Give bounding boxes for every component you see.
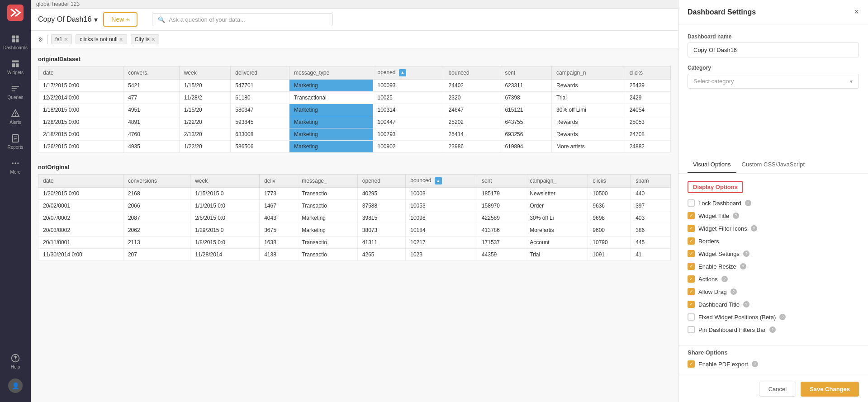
col2-bounced-sort[interactable]: bounced ▲ [406, 175, 477, 188]
cell: 445 [631, 236, 671, 249]
checkbox-pin-filters[interactable] [688, 326, 695, 333]
sidebar-item-more[interactable]: More [0, 154, 31, 179]
cell: 25414 [444, 128, 500, 141]
help-icon-enable-pdf[interactable]: ? [752, 361, 758, 367]
cell: 41311 [357, 236, 405, 249]
filter-bar: ⚙ fs1 × clicks is not null × City is × [31, 31, 678, 48]
sidebar-item-help[interactable]: Help [8, 349, 23, 374]
col2-message[interactable]: message_ [297, 175, 358, 188]
checkbox-widget-title[interactable]: ✓ [688, 212, 695, 219]
col-campaign-n[interactable]: campaign_n [552, 66, 625, 80]
checkbox-widget-title-label: Widget Title [698, 213, 729, 219]
col2-week[interactable]: week [190, 175, 260, 188]
help-icon-widget-settings[interactable]: ? [743, 251, 749, 257]
help-icon-allow-drag[interactable]: ? [730, 288, 737, 295]
tab-visual-options[interactable]: Visual Options [688, 156, 736, 173]
check-icon: ✓ [689, 213, 693, 218]
cell: 1/29/2015 0 [190, 224, 260, 236]
col2-spam[interactable]: spam [631, 175, 671, 188]
cell: 41 [631, 249, 671, 261]
col-bounced[interactable]: bounced [444, 66, 500, 80]
checkbox-widget-settings[interactable]: ✓ [688, 250, 695, 257]
checkbox-enable-pdf[interactable]: ✓ [688, 360, 695, 368]
sidebar-item-reports[interactable]: Reports [0, 129, 31, 154]
cell: 11/28/2014 [190, 249, 260, 261]
help-icon-enable-resize[interactable]: ? [740, 263, 746, 270]
sidebar-item-alerts[interactable]: Alerts [0, 104, 31, 129]
dashboard-name-dropdown[interactable]: Copy Of Dash16 ▾ [38, 15, 98, 24]
cell: 4760 [123, 128, 180, 141]
cell: 2087 [123, 212, 190, 224]
check-icon: ✓ [689, 251, 693, 256]
panel-close-button[interactable]: × [854, 7, 859, 17]
col-opened[interactable]: opened ▲ [373, 66, 444, 80]
help-icon-widget-filter[interactable]: ? [751, 225, 757, 232]
col2-conversions[interactable]: conversions [123, 175, 190, 188]
search-bar[interactable]: 🔍 Ask a question of your data... [152, 13, 333, 26]
help-icon-pin-filters[interactable]: ? [769, 326, 776, 333]
checkbox-actions[interactable]: ✓ [688, 275, 695, 283]
checkbox-lock-dashboard[interactable] [688, 199, 695, 207]
col2-clicks[interactable]: clicks [588, 175, 631, 188]
category-select[interactable]: Select category [688, 74, 859, 89]
col2-campaign[interactable]: campaign_ [525, 175, 588, 188]
cell: More artis [525, 224, 588, 236]
col2-opened[interactable]: opened [357, 175, 405, 188]
checkbox-widget-filter-icons[interactable]: ✓ [688, 225, 695, 232]
filter-icon[interactable]: ⚙ [38, 36, 43, 43]
cell: 3675 [260, 224, 297, 236]
checkbox-enable-resize[interactable]: ✓ [688, 263, 695, 270]
sidebar-item-widgets[interactable]: Widgets [0, 55, 31, 80]
table-row: 20/03/0002 2062 1/29/2015 0 3675 Marketi… [38, 224, 671, 236]
cell: 12/2/2014 0:00 [38, 92, 123, 104]
col2-deliv[interactable]: deliv [260, 175, 297, 188]
cancel-button[interactable]: Cancel [759, 382, 796, 397]
checkbox-allow-drag[interactable]: ✓ [688, 288, 695, 295]
sidebar-item-queries[interactable]: Queries [0, 80, 31, 104]
checkbox-fixed-widget[interactable] [688, 313, 695, 321]
checkbox-dashboard-title[interactable]: ✓ [688, 301, 695, 308]
dataset2-table-scroll[interactable]: date conversions week deliv message_ ope… [38, 174, 671, 261]
col-conversions[interactable]: convers. [123, 66, 180, 80]
filter-tag-city-close[interactable]: × [151, 36, 155, 43]
col-sent[interactable]: sent [500, 66, 552, 80]
checkbox-borders[interactable]: ✓ [688, 237, 695, 245]
sidebar-item-dashboards[interactable]: Dashboards [0, 30, 31, 55]
new-button[interactable]: New + [103, 12, 138, 27]
col-date[interactable]: date [38, 66, 123, 80]
col2-sent[interactable]: sent [477, 175, 525, 188]
col-week[interactable]: week [179, 66, 231, 80]
cell: 11/28/2 [179, 92, 231, 104]
cell: 1638 [260, 236, 297, 249]
sidebar-item-queries-label: Queries [7, 95, 23, 100]
cell: 422589 [477, 212, 525, 224]
help-icon-widget-title[interactable]: ? [733, 213, 739, 219]
dataset1-table-scroll[interactable]: date convers. week delivered message_typ… [38, 66, 671, 153]
cell: Transactio [297, 236, 358, 249]
cell: 2429 [625, 92, 670, 104]
filter-tag-fs1: fs1 × [51, 34, 72, 44]
user-avatar-container[interactable]: 👤 [8, 374, 23, 397]
cell: 1/1/2015 0:0 [190, 200, 260, 212]
help-icon-fixed-widget[interactable]: ? [779, 314, 786, 320]
cell: 20/07/0002 [38, 212, 123, 224]
app-logo[interactable] [7, 5, 24, 21]
cell: 67398 [500, 92, 552, 104]
filter-tag-clicks-close[interactable]: × [119, 36, 123, 43]
col-message-type[interactable]: message_type [289, 66, 373, 80]
table-row: 1/28/2015 0:00 4891 1/22/20 593845 Marke… [38, 116, 671, 128]
help-icon-lock[interactable]: ? [745, 200, 751, 206]
help-icon-dashboard-title[interactable]: ? [743, 301, 749, 307]
col-delivered[interactable]: delivered [231, 66, 289, 80]
cell: 586506 [231, 141, 289, 153]
help-icon-actions[interactable]: ? [721, 276, 728, 282]
save-changes-button[interactable]: Save Changes [801, 382, 859, 397]
cell: 61180 [231, 92, 289, 104]
filter-tag-fs1-close[interactable]: × [64, 36, 68, 43]
tab-custom-css[interactable]: Custom CSS/JavaScript [736, 156, 810, 173]
col2-date[interactable]: date [38, 175, 123, 188]
dashboard-name-text: Copy Of Dash16 [38, 15, 91, 24]
col-clicks[interactable]: clicks [625, 66, 670, 80]
cell: 615121 [500, 104, 552, 116]
dashboard-name-input[interactable] [688, 43, 859, 57]
